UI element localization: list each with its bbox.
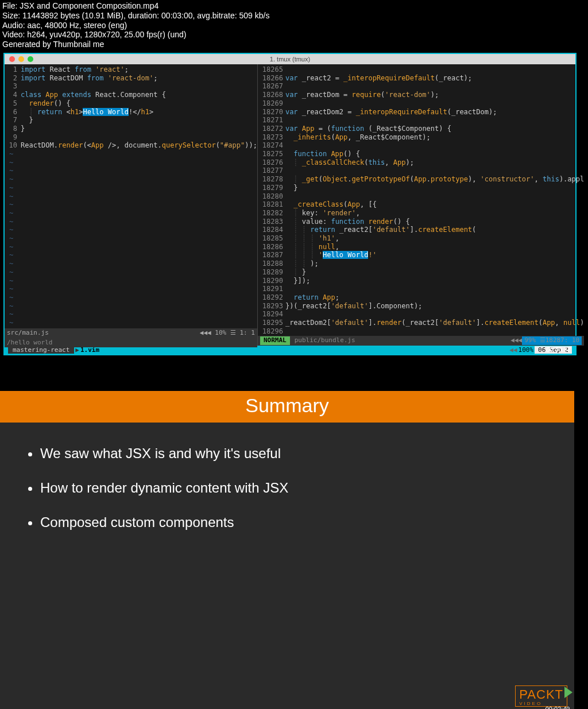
- close-icon[interactable]: [9, 56, 15, 62]
- thumbnail-1: 1. tmux (tmux) 1import React from 'react…: [3, 53, 577, 355]
- traffic-lights: [9, 56, 33, 62]
- code-line: 18293})(_react2['default'].Component);: [259, 302, 584, 311]
- minimize-icon[interactable]: [18, 56, 24, 62]
- code-line: 18294: [259, 310, 584, 319]
- code-line: 18296: [259, 327, 584, 336]
- status-arrows-icon: ◀◀◀: [200, 329, 211, 336]
- editor-pane-left[interactable]: 1import React from 'react';2import React…: [5, 64, 257, 346]
- code-line: 18276 ┊ _classCallCheck(this, App);: [259, 158, 584, 167]
- vim-mode: NORMAL: [260, 336, 290, 345]
- meta-generated: Generated by Thumbnail me: [2, 40, 586, 49]
- code-line: 2import ReactDOM from 'react-dom';: [6, 74, 257, 83]
- window-titlebar: 1. tmux (tmux): [5, 54, 575, 64]
- meta-file: File: JSX and Component Composition.mp4: [2, 1, 586, 11]
- code-line: 18275 function App() {: [259, 150, 584, 158]
- vim-status-left: src/main.js ◀◀◀ 10% ☰ 1: 1 /hello world: [5, 328, 257, 346]
- meta-video: Video: h264, yuv420p, 1280x720, 25.00 fp…: [2, 30, 586, 40]
- meta-audio: Audio: aac, 48000 Hz, stereo (eng): [2, 21, 586, 30]
- code-line: 18278 ┊ _get(Object.getPrototypeOf(App.p…: [259, 175, 584, 184]
- vim-status-right: NORMAL public/bundle.js ◀◀◀ 99% ☰18287: …: [258, 336, 584, 346]
- timecode: 00:02:49: [545, 706, 570, 709]
- editor-pane-right[interactable]: 1826518266var _react2 = _interopRequireD…: [257, 64, 584, 346]
- status-arrows-icon: ◀◀: [509, 346, 517, 354]
- bullet-item: How to render dynamic content with JSX: [40, 480, 540, 496]
- code-line: 18284 ┊ ┊ return _react2['default'].crea…: [259, 226, 584, 234]
- packt-logo: PACKT VIDEO: [515, 685, 567, 707]
- code-line: 18273 _inherits(App, _React$Component);: [259, 133, 584, 142]
- code-line: 18271: [259, 116, 584, 125]
- summary-bullets: We saw what JSX is and why it's useful H…: [0, 423, 574, 530]
- code-line: 9: [6, 133, 257, 142]
- code-line: 6 ┊ return <h1>Hello World!</h1>: [6, 108, 257, 117]
- thumbnail-2: Summary We saw what JSX is and why it's …: [0, 391, 574, 709]
- code-line: 18267: [259, 82, 584, 91]
- code-line: 18286 ┊ ┊ ┊ null,: [259, 243, 584, 251]
- code-line: 18274: [259, 141, 584, 150]
- status-arrows-icon: ◀◀◀: [510, 336, 522, 345]
- code-line: 18280: [259, 192, 584, 201]
- code-line: 18270var _reactDom2 = _interopRequireDef…: [259, 108, 584, 117]
- code-line: 18265: [259, 65, 584, 74]
- status-position: 99% ☰18287: 10: [522, 336, 582, 345]
- code-line: 18292 return App;: [259, 293, 584, 302]
- code-line: 18283 ┊ value: function render() {: [259, 218, 584, 226]
- code-line: 18269: [259, 99, 584, 108]
- search-text: /hello world: [7, 339, 52, 347]
- tmux-pct: 100%: [519, 346, 534, 354]
- file-metadata: File: JSX and Component Composition.mp4 …: [0, 0, 588, 51]
- code-line: 18285 ┊ ┊ ┊ 'h1',: [259, 234, 584, 243]
- code-line: 18291: [259, 285, 584, 293]
- code-line: 18287 ┊ ┊ ┊ 'Hello World!': [259, 251, 584, 259]
- summary-title: Summary: [0, 394, 574, 417]
- maximize-icon[interactable]: [28, 56, 33, 62]
- code-line: 18290 }]);: [259, 277, 584, 285]
- code-line: 18268var _reactDom = require('react-dom'…: [259, 91, 584, 99]
- code-line: 4class App extends React.Component {: [6, 91, 257, 99]
- code-line: 1import React from 'react';: [6, 65, 257, 74]
- code-line: 18295_reactDom2['default'].render(_react…: [259, 319, 584, 327]
- bullet-item: We saw what JSX is and why it's useful: [40, 445, 540, 462]
- summary-header: Summary: [0, 391, 574, 423]
- window-title: 1. tmux (tmux): [270, 56, 310, 63]
- code-line: 8}: [6, 125, 257, 133]
- meta-size: Size: 11443892 bytes (10.91 MiB), durati…: [2, 11, 586, 21]
- code-line: 18288 ┊ ┊ );: [259, 259, 584, 268]
- bullet-item: Composed custom components: [40, 514, 540, 530]
- timecode: 00:00:57: [546, 346, 571, 353]
- code-line: 18281 _createClass(App, [{: [259, 200, 584, 209]
- status-filename: src/main.js: [7, 329, 49, 338]
- code-line: 5 render() {: [6, 99, 257, 108]
- code-line: 18277: [259, 166, 584, 175]
- code-line: 18272var App = (function (_React$Compone…: [259, 125, 584, 133]
- code-line: 18266var _react2 = _interopRequireDefaul…: [259, 74, 584, 83]
- code-line: 18289 ┊ }: [259, 268, 584, 277]
- code-line: 18279 }: [259, 184, 584, 192]
- status-filename-right: public/bundle.js: [295, 336, 355, 345]
- code-line: 18282 ┊ key: 'render',: [259, 209, 584, 218]
- code-line: 10ReactDOM.render(<App />, document.quer…: [6, 141, 257, 150]
- play-icon: [564, 687, 572, 698]
- code-line: 7 }: [6, 116, 257, 125]
- code-line: 3: [6, 82, 257, 91]
- tmux-panes: 1import React from 'react';2import React…: [5, 64, 575, 346]
